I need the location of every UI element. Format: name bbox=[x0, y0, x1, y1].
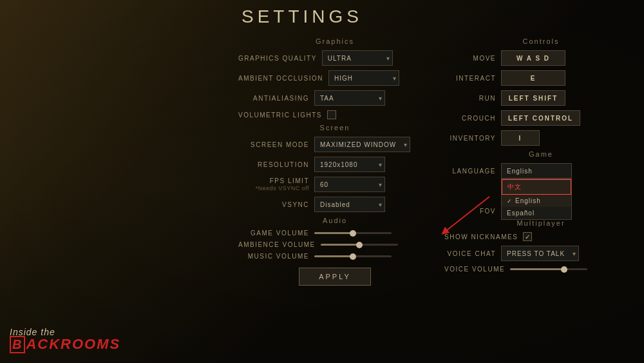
audio-header: Audio bbox=[238, 217, 431, 224]
volumetric-lights-toggle[interactable] bbox=[327, 110, 336, 119]
move-row: MOVE W A S D bbox=[444, 50, 638, 66]
crouch-row: CROUCH LEFT CONTROL bbox=[444, 110, 638, 126]
inventory-label: INVENTORY bbox=[444, 135, 496, 142]
language-dropdown[interactable]: English bbox=[501, 163, 572, 179]
screen-mode-dropdown[interactable]: MAXIMIZED WINDOW bbox=[314, 137, 410, 152]
run-row: RUN LEFT SHIFT bbox=[444, 90, 638, 106]
language-option-chinese[interactable]: 中文 bbox=[502, 179, 571, 195]
voice-volume-slider[interactable] bbox=[510, 268, 587, 270]
screen-header: Screen bbox=[238, 124, 431, 132]
ambient-occlusion-dropdown-wrapper: HIGH bbox=[328, 70, 399, 86]
ambience-volume-slider-wrapper bbox=[321, 244, 431, 246]
game-volume-row: GAME VOLUME bbox=[238, 230, 431, 237]
inventory-row: INVENTORY I bbox=[444, 130, 638, 146]
right-column: Controls MOVE W A S D INTERACT E RUN LEF… bbox=[444, 35, 638, 286]
fps-limit-row: FPS LIMIT *Needs VSYNC off 60 bbox=[238, 177, 431, 192]
move-keybind[interactable]: W A S D bbox=[501, 50, 565, 66]
resolution-dropdown-wrapper: 1920x1080 bbox=[314, 157, 385, 172]
logo-backrooms-rest: ACKROOMS bbox=[26, 336, 120, 352]
game-volume-slider-wrapper bbox=[314, 232, 431, 234]
graphics-header: Graphics bbox=[238, 37, 431, 45]
graphics-quality-dropdown[interactable]: ULTRA bbox=[322, 50, 393, 66]
show-nicknames-label: SHOW NICKNAMES bbox=[444, 233, 518, 240]
graphics-quality-label: GRAPHICS QUALITY bbox=[238, 55, 317, 62]
logo-b-letter: B bbox=[10, 336, 25, 353]
voice-volume-thumb bbox=[561, 266, 567, 273]
screen-mode-row: SCREEN MODE MAXIMIZED WINDOW bbox=[238, 137, 431, 152]
chinese-option-text: 中文 bbox=[507, 182, 522, 191]
game-volume-slider[interactable] bbox=[314, 232, 392, 234]
voice-chat-dropdown-wrapper: PRESS TO TALK bbox=[501, 246, 579, 261]
voice-volume-label: VOICE VOLUME bbox=[444, 266, 505, 273]
ambience-volume-label: AMBIENCE VOLUME bbox=[238, 241, 316, 248]
move-label: MOVE bbox=[444, 55, 496, 62]
fov-label: FOV bbox=[444, 208, 496, 215]
crouch-label: CROUCH bbox=[444, 115, 496, 122]
antialiasing-row: ANTIALIASING TAA bbox=[238, 90, 431, 106]
vsync-label: VSYNC bbox=[238, 201, 309, 208]
resolution-dropdown[interactable]: 1920x1080 bbox=[314, 157, 385, 172]
language-option-spanish[interactable]: Español bbox=[502, 207, 571, 219]
apply-button-wrapper: APPLY bbox=[238, 268, 431, 286]
multiplayer-header: Multiplayer bbox=[444, 219, 638, 227]
vsync-dropdown-wrapper: Disabled bbox=[314, 197, 385, 212]
music-volume-slider[interactable] bbox=[314, 255, 392, 257]
antialiasing-dropdown-wrapper: TAA bbox=[314, 90, 385, 106]
voice-chat-dropdown[interactable]: PRESS TO TALK bbox=[501, 246, 579, 261]
settings-columns: Graphics GRAPHICS QUALITY ULTRA AMBIENT … bbox=[238, 35, 638, 286]
game-header: Game bbox=[444, 150, 638, 158]
ambience-volume-row: AMBIENCE VOLUME bbox=[238, 241, 431, 248]
game-volume-thumb bbox=[350, 230, 356, 237]
screen-mode-label: SCREEN MODE bbox=[238, 141, 309, 148]
ambient-occlusion-label: AMBIENT OCCLUSION bbox=[238, 75, 323, 82]
settings-panel: SETTINGS Graphics GRAPHICS QUALITY ULTRA… bbox=[238, 6, 638, 357]
ambient-occlusion-row: AMBIENT OCCLUSION HIGH bbox=[238, 70, 431, 86]
interact-keybind[interactable]: E bbox=[501, 70, 565, 86]
language-dropdown-list: 中文 ✓ English Español bbox=[501, 179, 572, 220]
english-checkmark: ✓ bbox=[507, 198, 513, 204]
vsync-dropdown[interactable]: Disabled bbox=[314, 197, 385, 212]
logo-backrooms-text: BACKROOMS bbox=[10, 336, 120, 353]
volumetric-lights-row: VOLUMETRIC LIGHTS bbox=[238, 110, 431, 119]
vsync-row: VSYNC Disabled bbox=[238, 197, 431, 212]
vsync-note: *Needs VSYNC off bbox=[256, 185, 309, 191]
inventory-keybind[interactable]: I bbox=[501, 130, 540, 146]
ambience-volume-slider[interactable] bbox=[321, 244, 398, 246]
language-option-english[interactable]: ✓ English bbox=[502, 195, 571, 207]
interact-row: INTERACT E bbox=[444, 70, 638, 86]
resolution-label: RESOLUTION bbox=[238, 161, 309, 168]
screen-mode-dropdown-wrapper: MAXIMIZED WINDOW bbox=[314, 137, 410, 152]
left-column: Graphics GRAPHICS QUALITY ULTRA AMBIENT … bbox=[238, 35, 431, 286]
game-volume-label: GAME VOLUME bbox=[238, 230, 309, 237]
volumetric-lights-label: VOLUMETRIC LIGHTS bbox=[238, 112, 322, 119]
language-row: LANGUAGE English 中文 ✓ English bbox=[444, 163, 638, 179]
voice-chat-label: VOICE CHAT bbox=[444, 250, 496, 257]
crouch-keybind[interactable]: LEFT CONTROL bbox=[501, 110, 580, 126]
voice-volume-row: VOICE VOLUME bbox=[444, 266, 638, 273]
fps-limit-label: FPS LIMIT *Needs VSYNC off bbox=[238, 177, 309, 191]
fps-limit-dropdown[interactable]: 60 bbox=[314, 177, 385, 192]
apply-button[interactable]: APPLY bbox=[299, 268, 371, 286]
ambient-occlusion-dropdown[interactable]: HIGH bbox=[328, 70, 399, 86]
english-option-text: English bbox=[515, 197, 541, 204]
controls-header: Controls bbox=[444, 37, 638, 45]
language-dropdown-wrapper: English 中文 ✓ English Español bbox=[501, 163, 572, 179]
music-volume-thumb bbox=[350, 253, 356, 260]
settings-title: SETTINGS bbox=[238, 6, 638, 27]
graphics-quality-dropdown-wrapper: ULTRA bbox=[322, 50, 393, 66]
resolution-row: RESOLUTION 1920x1080 bbox=[238, 157, 431, 172]
music-volume-slider-wrapper bbox=[314, 255, 431, 257]
spanish-option-text: Español bbox=[507, 210, 535, 217]
show-nicknames-row: SHOW NICKNAMES bbox=[444, 232, 638, 241]
show-nicknames-checkbox[interactable] bbox=[523, 232, 532, 241]
voice-chat-row: VOICE CHAT PRESS TO TALK bbox=[444, 246, 638, 261]
interact-label: INTERACT bbox=[444, 75, 496, 82]
run-keybind[interactable]: LEFT SHIFT bbox=[501, 90, 565, 106]
music-volume-row: MUSIC VOLUME bbox=[238, 253, 431, 260]
graphics-quality-row: GRAPHICS QUALITY ULTRA bbox=[238, 50, 431, 66]
language-label: LANGUAGE bbox=[444, 168, 496, 175]
run-label: RUN bbox=[444, 95, 496, 102]
music-volume-label: MUSIC VOLUME bbox=[238, 253, 309, 260]
antialiasing-dropdown[interactable]: TAA bbox=[314, 90, 385, 106]
ambience-volume-thumb bbox=[356, 242, 363, 248]
